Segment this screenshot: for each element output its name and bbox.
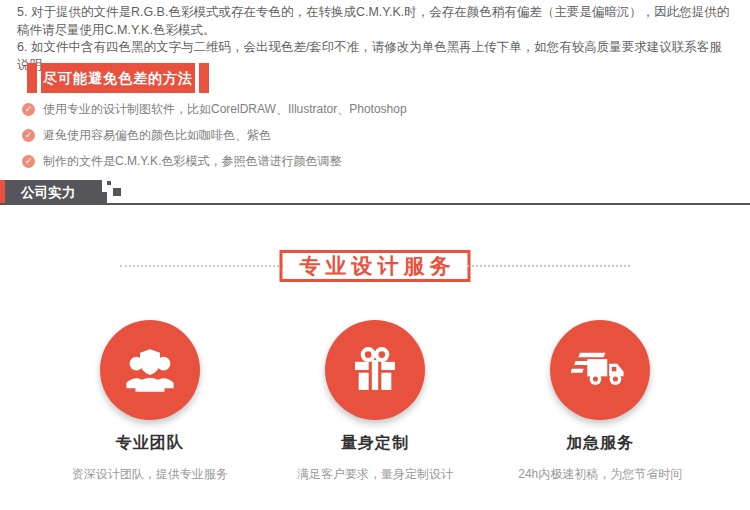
tips-banner-title: 尽可能避免色差的方法 <box>41 63 195 93</box>
banner-right-bar <box>199 63 209 93</box>
service-custom: 量身定制 满足客户要求，量身定制设计 <box>262 320 487 483</box>
dotted-divider-left <box>120 265 283 267</box>
gift-icon <box>325 320 425 420</box>
product-detail-section: 5. 对于提供的文件是R.G.B.色彩模式或存在专色的，在转换成C.M.Y.K.… <box>0 0 750 510</box>
check-circle-icon: ✓ <box>22 155 35 168</box>
service-name: 量身定制 <box>262 433 487 454</box>
service-name: 专业团队 <box>37 433 262 454</box>
tip-text: 使用专业的设计制图软件，比如CorelDRAW、Illustrator、Phot… <box>43 101 407 118</box>
services-title: 专业设计服务 <box>280 250 471 282</box>
services-columns: 专业团队 资深设计团队，提供专业服务 量身定制 满足客户要求，量身定制设计 <box>37 320 713 483</box>
service-description: 满足客户要求，量身定制设计 <box>262 466 487 483</box>
tip-text: 避免使用容易偏色的颜色比如咖啡色、紫色 <box>43 127 271 144</box>
truck-icon <box>550 320 650 420</box>
company-strength-title: 公司实力 <box>5 180 102 205</box>
service-rush: 加急服务 24h内极速初稿，为您节省时间 <box>488 320 713 483</box>
check-circle-icon: ✓ <box>22 129 35 142</box>
service-description: 资深设计团队，提供专业服务 <box>37 466 262 483</box>
tip-item: ✓ 避免使用容易偏色的颜色比如咖啡色、紫色 <box>22 127 407 143</box>
banner-left-bar <box>27 63 37 93</box>
tip-item: ✓ 使用专业的设计制图软件，比如CorelDRAW、Illustrator、Ph… <box>22 101 407 117</box>
tip-text: 制作的文件是C.M.Y.K.色彩模式，参照色谱进行颜色调整 <box>43 153 341 170</box>
service-description: 24h内极速初稿，为您节省时间 <box>488 466 713 483</box>
color-tips-list: ✓ 使用专业的设计制图软件，比如CorelDRAW、Illustrator、Ph… <box>22 101 407 179</box>
services-title-row: 专业设计服务 <box>0 250 750 282</box>
service-team: 专业团队 资深设计团队，提供专业服务 <box>37 320 262 483</box>
company-strength-header: 公司实力 <box>0 180 750 205</box>
tip-item: ✓ 制作的文件是C.M.Y.K.色彩模式，参照色谱进行颜色调整 <box>22 153 407 169</box>
color-tips-banner: 尽可能避免色差的方法 <box>0 63 750 93</box>
note-line-5: 5. 对于提供的文件是R.G.B.色彩模式或存在专色的，在转换成C.M.Y.K.… <box>17 4 733 39</box>
check-circle-icon: ✓ <box>22 103 35 116</box>
team-icon <box>100 320 200 420</box>
header-square-decoration <box>113 188 121 196</box>
service-name: 加急服务 <box>488 433 713 454</box>
header-square-decoration <box>107 181 111 185</box>
header-rule-line <box>0 203 750 205</box>
dotted-divider-right <box>467 265 630 267</box>
